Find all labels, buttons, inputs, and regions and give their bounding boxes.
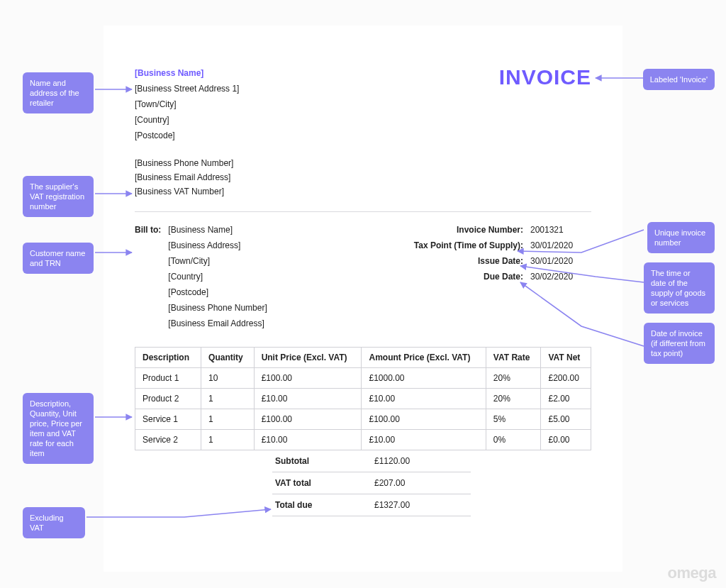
supplier-phone: [Business Phone Number] [135, 156, 591, 170]
issue-date-label: Issue Date: [478, 253, 523, 269]
bill-to-postcode: [Postcode] [168, 284, 267, 300]
invoice-title: INVOICE [499, 65, 591, 89]
vat-total-label: VAT total [272, 472, 372, 494]
callout-vat-reg: The supplier's VAT registration number [23, 176, 94, 217]
table-row: Product 110£100.00£1000.0020%£200.00 [135, 368, 591, 389]
vat-total-row: VAT total £207.00 [272, 472, 471, 494]
table-row: Product 21£10.00£10.0020%£2.00 [135, 389, 591, 409]
total-due-value: £1327.00 [372, 494, 471, 516]
bill-to-phone: [Business Phone Number] [168, 300, 267, 316]
watermark: omega [668, 564, 716, 582]
cell-description: Service 2 [135, 430, 201, 450]
invoice-meta-block: Invoice Number: 2001321 Tax Point (Time … [414, 222, 591, 284]
bill-to-name: [Business Name] [168, 222, 267, 238]
separator [135, 211, 591, 212]
cell-amount: £100.00 [362, 409, 486, 430]
subtotal-label: Subtotal [272, 450, 372, 472]
line-items-table: Description Quantity Unit Price (Excl. V… [135, 347, 591, 450]
col-description: Description [135, 348, 201, 368]
table-header-row: Description Quantity Unit Price (Excl. V… [135, 348, 591, 368]
col-unit-price: Unit Price (Excl. VAT) [254, 348, 362, 368]
supplier-vat: [Business VAT Number] [135, 184, 591, 199]
cell-description: Product 1 [135, 368, 201, 389]
callout-customer: Customer name and TRN [23, 243, 94, 274]
totals-table: Subtotal £1120.00 VAT total £207.00 Tota… [272, 450, 471, 516]
cell-quantity: 1 [201, 430, 255, 450]
cell-vatNet: £200.00 [541, 368, 591, 389]
cell-unitPrice: £100.00 [254, 409, 362, 430]
supplier-postcode: [Postcode] [135, 128, 239, 143]
subtotal-value: £1120.00 [372, 450, 471, 472]
invoice-number-value: 2001321 [530, 222, 591, 238]
callout-excl-vat: Excluding VAT [23, 507, 85, 538]
cell-vatNet: £2.00 [541, 389, 591, 409]
cell-unitPrice: £100.00 [254, 368, 362, 389]
cell-description: Service 1 [135, 409, 201, 430]
bill-to-label: Bill to: [135, 222, 161, 331]
col-vat-net: VAT Net [541, 348, 591, 368]
supplier-contact-block: [Business Phone Number] [Business Email … [135, 156, 591, 199]
supplier-country: [Country] [135, 112, 239, 128]
vat-total-value: £207.00 [372, 472, 471, 494]
callout-issue-date: Date of invoice (if different from tax p… [644, 323, 715, 364]
cell-vatRate: 0% [486, 430, 541, 450]
cell-description: Product 2 [135, 389, 201, 409]
callout-tax-point: The time or date of the supply of goods … [644, 262, 715, 314]
col-quantity: Quantity [201, 348, 255, 368]
bill-to-block: Bill to: [Business Name] [Business Addre… [135, 222, 267, 331]
total-due-row: Total due £1327.00 [272, 494, 471, 516]
supplier-town: [Town/City] [135, 96, 239, 112]
bill-to-email: [Business Email Address] [168, 316, 267, 331]
cell-quantity: 10 [201, 368, 255, 389]
invoice-card: [Business Name] [Business Street Address… [104, 26, 622, 572]
due-date-value: 30/02/2020 [530, 269, 591, 284]
cell-vatNet: £0.00 [541, 430, 591, 450]
tax-point-value: 30/01/2020 [530, 238, 591, 253]
due-date-label: Due Date: [484, 269, 523, 284]
cell-vatNet: £5.00 [541, 409, 591, 430]
tax-point-label: Tax Point (Time of Supply): [414, 238, 523, 253]
bill-to-town: [Town/City] [168, 253, 267, 269]
callout-line-items: Description, Quantity, Unit price, Price… [23, 393, 94, 464]
bill-to-address: [Business Address] [168, 238, 267, 253]
cell-quantity: 1 [201, 389, 255, 409]
issue-date-value: 30/01/2020 [530, 253, 591, 269]
col-amount: Amount Price (Excl. VAT) [362, 348, 486, 368]
table-row: Service 21£10.00£10.000%£0.00 [135, 430, 591, 450]
total-due-label: Total due [272, 494, 372, 516]
cell-vatRate: 20% [486, 389, 541, 409]
callout-labeled-invoice: Labeled 'Invoice' [643, 69, 715, 90]
invoice-number-label: Invoice Number: [457, 222, 523, 238]
callout-unique-number: Unique invoice number [647, 222, 715, 253]
supplier-address-block: [Business Name] [Business Street Address… [135, 65, 239, 143]
cell-vatRate: 20% [486, 368, 541, 389]
cell-unitPrice: £10.00 [254, 389, 362, 409]
supplier-addr1: [Business Street Address 1] [135, 81, 239, 96]
cell-unitPrice: £10.00 [254, 430, 362, 450]
cell-amount: £1000.00 [362, 368, 486, 389]
supplier-name: [Business Name] [135, 65, 239, 81]
supplier-email: [Business Email Address] [135, 170, 591, 184]
col-vat-rate: VAT Rate [486, 348, 541, 368]
bill-to-country: [Country] [168, 269, 267, 284]
cell-quantity: 1 [201, 409, 255, 430]
cell-vatRate: 5% [486, 409, 541, 430]
cell-amount: £10.00 [362, 430, 486, 450]
table-row: Service 11£100.00£100.005%£5.00 [135, 409, 591, 430]
subtotal-row: Subtotal £1120.00 [272, 450, 471, 472]
cell-amount: £10.00 [362, 389, 486, 409]
callout-retailer: Name and address of the retailer [23, 72, 94, 113]
